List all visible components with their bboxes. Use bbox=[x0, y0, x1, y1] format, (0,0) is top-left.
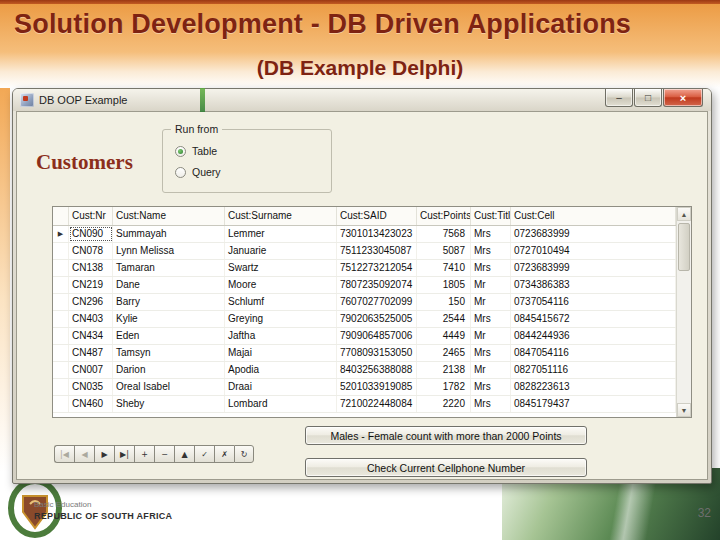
grid-cell: Darion bbox=[113, 362, 225, 378]
current-record-indicator bbox=[53, 345, 69, 361]
grid-column-header: Cust:SAID bbox=[337, 207, 417, 225]
table-row[interactable]: CN219DaneMoore78072350920741805Mr0734386… bbox=[53, 277, 676, 294]
table-row[interactable]: CN138TamaranSwartz75122732120547410Mrs07… bbox=[53, 260, 676, 277]
scroll-down-icon[interactable]: ▼ bbox=[677, 403, 691, 417]
current-record-indicator bbox=[53, 396, 69, 412]
table-row[interactable]: CN487TamsynMajai77080931530502465Mrs0847… bbox=[53, 345, 676, 362]
grid-cell: 2544 bbox=[417, 311, 471, 327]
nav-last-button[interactable]: ▶| bbox=[114, 445, 134, 463]
nav-first-button[interactable]: |◀ bbox=[54, 445, 74, 463]
table-row[interactable]: ▶CN090SummayahLemmer73010134230237568Mrs… bbox=[53, 226, 676, 243]
grid-cell: 7607027702099 bbox=[337, 294, 417, 310]
nav-insert-button[interactable]: + bbox=[134, 445, 154, 463]
radio-label: Table bbox=[192, 145, 217, 157]
grid-cell: Majai bbox=[225, 345, 337, 361]
table-row[interactable]: CN460ShebyLombard72100224480842220Mrs084… bbox=[53, 396, 676, 413]
current-record-indicator bbox=[53, 379, 69, 395]
current-record-indicator bbox=[53, 362, 69, 378]
grid-cell: Mr bbox=[471, 277, 511, 293]
grid-cell: CN460 bbox=[69, 396, 113, 412]
grid-cell: 1782 bbox=[417, 379, 471, 395]
slide-subtitle: (DB Example Delphi) bbox=[0, 56, 720, 80]
nav-next-button[interactable]: ▶ bbox=[94, 445, 114, 463]
grid-cell: Schlumf bbox=[225, 294, 337, 310]
nav-refresh-button[interactable]: ↻ bbox=[234, 445, 254, 463]
check-cellphone-button[interactable]: Check Current Cellphone Number bbox=[305, 458, 587, 477]
grid-cell: 7909064857006 bbox=[337, 328, 417, 344]
grid-cell: 7708093153050 bbox=[337, 345, 417, 361]
grid-cell: Mrs bbox=[471, 345, 511, 361]
scrollbar-thumb[interactable] bbox=[678, 223, 690, 271]
grid-cell: Greying bbox=[225, 311, 337, 327]
grid-cell: CN296 bbox=[69, 294, 113, 310]
current-record-indicator bbox=[53, 311, 69, 327]
current-record-indicator bbox=[53, 328, 69, 344]
grid-cell: Apodia bbox=[225, 362, 337, 378]
grid-column-header: Cust:Cell bbox=[511, 207, 676, 225]
grid-cell: 0845415672 bbox=[511, 311, 676, 327]
grid-cell: Mr bbox=[471, 328, 511, 344]
grid-rows: ▶CN090SummayahLemmer73010134230237568Mrs… bbox=[53, 226, 676, 413]
grid-cell: 0828223613 bbox=[511, 379, 676, 395]
grid-cell: 2465 bbox=[417, 345, 471, 361]
grid-cell: 8403256388088 bbox=[337, 362, 417, 378]
grid-cell: Dane bbox=[113, 277, 225, 293]
window-title: DB OOP Example bbox=[39, 94, 127, 106]
nav-cancel-button[interactable]: ✗ bbox=[214, 445, 234, 463]
males-female-count-button[interactable]: Males - Female count with more than 2000… bbox=[305, 426, 587, 445]
grid-cell: Swartz bbox=[225, 260, 337, 276]
radio-icon bbox=[175, 167, 186, 178]
radio-option-table[interactable]: Table bbox=[175, 145, 217, 157]
radio-label: Query bbox=[192, 166, 221, 178]
minimize-button[interactable]: – bbox=[605, 89, 633, 107]
table-row[interactable]: CN078Lynn MelissaJanuarie751123304508750… bbox=[53, 243, 676, 260]
grid-cell: 1805 bbox=[417, 277, 471, 293]
grid-cell: Barry bbox=[113, 294, 225, 310]
grid-cell: Tamaran bbox=[113, 260, 225, 276]
grid-column-header: Cust:Title bbox=[471, 207, 511, 225]
table-row[interactable]: CN035Oreal IsabelDraai52010339190851782M… bbox=[53, 379, 676, 396]
scroll-up-icon[interactable]: ▲ bbox=[677, 207, 691, 221]
current-record-indicator bbox=[53, 294, 69, 310]
nav-delete-button[interactable]: − bbox=[154, 445, 174, 463]
run-from-label: Run from bbox=[171, 123, 222, 135]
grid-cell: Sheby bbox=[113, 396, 225, 412]
radio-option-query[interactable]: Query bbox=[175, 166, 221, 178]
grid-cell: 0737054116 bbox=[511, 294, 676, 310]
nav-post-button[interactable]: ✓ bbox=[194, 445, 214, 463]
grid-cell: Mr bbox=[471, 294, 511, 310]
grid-cell: CN138 bbox=[69, 260, 113, 276]
left-accent-strip bbox=[0, 88, 10, 472]
table-row[interactable]: CN007DarionApodia84032563880882138Mr0827… bbox=[53, 362, 676, 379]
grid-cell: Mrs bbox=[471, 243, 511, 259]
grid-cell: 5201033919085 bbox=[337, 379, 417, 395]
radio-icon bbox=[175, 146, 186, 157]
grid-cell: Mrs bbox=[471, 311, 511, 327]
grid-cell: 0847054116 bbox=[511, 345, 676, 361]
scrollbar-track[interactable] bbox=[677, 221, 691, 403]
grid-body: Cust:NrCust:NameCust:SurnameCust:SAIDCus… bbox=[53, 207, 676, 417]
table-row[interactable]: CN434EdenJaftha79090648570064449Mr084424… bbox=[53, 328, 676, 345]
grid-cell: 7410 bbox=[417, 260, 471, 276]
app-icon bbox=[20, 93, 34, 107]
grid-cell: Januarie bbox=[225, 243, 337, 259]
grid-cell: CN078 bbox=[69, 243, 113, 259]
customers-label: Customers bbox=[36, 150, 133, 175]
grid-cell: Mrs bbox=[471, 379, 511, 395]
grid-cell: Jaftha bbox=[225, 328, 337, 344]
grid-cell: 0845179437 bbox=[511, 396, 676, 412]
table-row[interactable]: CN296BarrySchlumf7607027702099150Mr07370… bbox=[53, 294, 676, 311]
grid-cell: 7511233045087 bbox=[337, 243, 417, 259]
nav-edit-button[interactable]: ▲ bbox=[174, 445, 194, 463]
grid-vertical-scrollbar[interactable]: ▲ ▼ bbox=[676, 207, 691, 417]
table-row[interactable]: CN403KylieGreying79020635250052544Mrs084… bbox=[53, 311, 676, 328]
grid-cell: Eden bbox=[113, 328, 225, 344]
maximize-button[interactable]: □ bbox=[634, 89, 662, 107]
grid-cell: CN035 bbox=[69, 379, 113, 395]
customers-grid: Cust:NrCust:NameCust:SurnameCust:SAIDCus… bbox=[52, 206, 692, 418]
close-button[interactable]: × bbox=[663, 89, 703, 107]
window-client-area: Customers Run from TableQuery Cust:NrCus… bbox=[16, 111, 708, 480]
grid-cell: 0723683999 bbox=[511, 226, 676, 242]
nav-prior-button[interactable]: ◀ bbox=[74, 445, 94, 463]
current-record-indicator bbox=[53, 277, 69, 293]
